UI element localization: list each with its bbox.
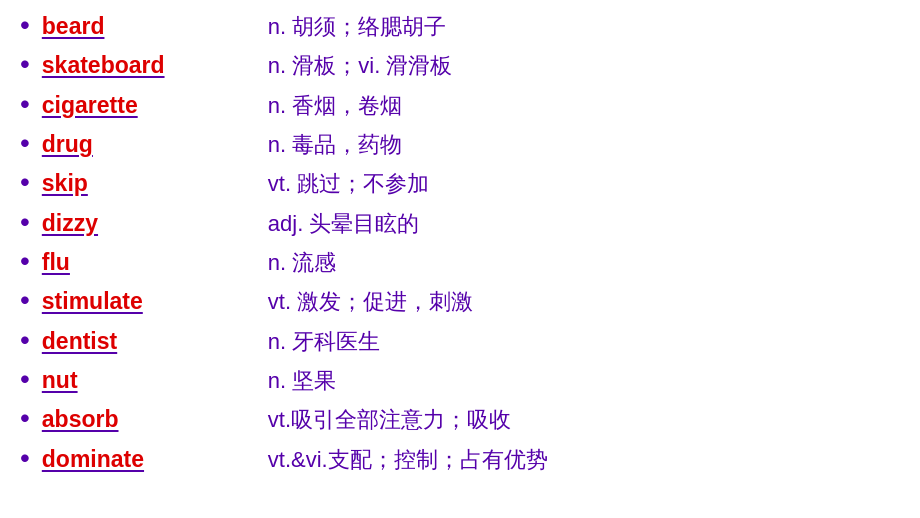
list-item: •stimulatevt. 激发；促进，刺激: [20, 285, 900, 318]
bullet-icon: •: [20, 11, 30, 39]
list-item: •cigaretten. 香烟，卷烟: [20, 89, 900, 122]
bullet-icon: •: [20, 90, 30, 118]
list-item: •dizzyadj. 头晕目眩的: [20, 207, 900, 240]
definition: n. 坚果: [268, 365, 336, 397]
bullet-icon: •: [20, 286, 30, 314]
list-item: •dominatevt.&vi.支配；控制；占有优势: [20, 443, 900, 476]
definition: n. 滑板；vi. 滑滑板: [268, 50, 453, 82]
bullet-icon: •: [20, 404, 30, 432]
english-word: stimulate: [38, 285, 258, 318]
bullet-icon: •: [20, 129, 30, 157]
definition: vt.吸引全部注意力；吸收: [268, 404, 511, 436]
definition: vt.&vi.支配；控制；占有优势: [268, 444, 548, 476]
english-word: skip: [38, 167, 258, 200]
english-word: beard: [38, 10, 258, 43]
list-item: •dentistn. 牙科医生: [20, 325, 900, 358]
definition: n. 毒品，药物: [268, 129, 402, 161]
english-word: dominate: [38, 443, 258, 476]
list-item: •flun. 流感: [20, 246, 900, 279]
list-item: •drugn. 毒品，药物: [20, 128, 900, 161]
bullet-icon: •: [20, 208, 30, 236]
list-item: •beardn. 胡须；络腮胡子: [20, 10, 900, 43]
definition: n. 胡须；络腮胡子: [268, 11, 446, 43]
english-word: skateboard: [38, 49, 258, 82]
definition: vt. 跳过；不参加: [268, 168, 429, 200]
list-item: •nutn. 坚果: [20, 364, 900, 397]
definition: n. 香烟，卷烟: [268, 90, 402, 122]
english-word: drug: [38, 128, 258, 161]
list-item: •skateboardn. 滑板；vi. 滑滑板: [20, 49, 900, 82]
bullet-icon: •: [20, 365, 30, 393]
english-word: cigarette: [38, 89, 258, 122]
bullet-icon: •: [20, 326, 30, 354]
bullet-icon: •: [20, 50, 30, 78]
english-word: nut: [38, 364, 258, 397]
definition: n. 流感: [268, 247, 336, 279]
bullet-icon: •: [20, 168, 30, 196]
english-word: dizzy: [38, 207, 258, 240]
english-word: dentist: [38, 325, 258, 358]
english-word: flu: [38, 246, 258, 279]
vocabulary-list: •beardn. 胡须；络腮胡子•skateboardn. 滑板；vi. 滑滑板…: [0, 0, 920, 492]
bullet-icon: •: [20, 444, 30, 472]
list-item: •skipvt. 跳过；不参加: [20, 167, 900, 200]
definition: vt. 激发；促进，刺激: [268, 286, 473, 318]
english-word: absorb: [38, 403, 258, 436]
definition: adj. 头晕目眩的: [268, 208, 420, 240]
definition: n. 牙科医生: [268, 326, 380, 358]
list-item: •absorbvt.吸引全部注意力；吸收: [20, 403, 900, 436]
bullet-icon: •: [20, 247, 30, 275]
